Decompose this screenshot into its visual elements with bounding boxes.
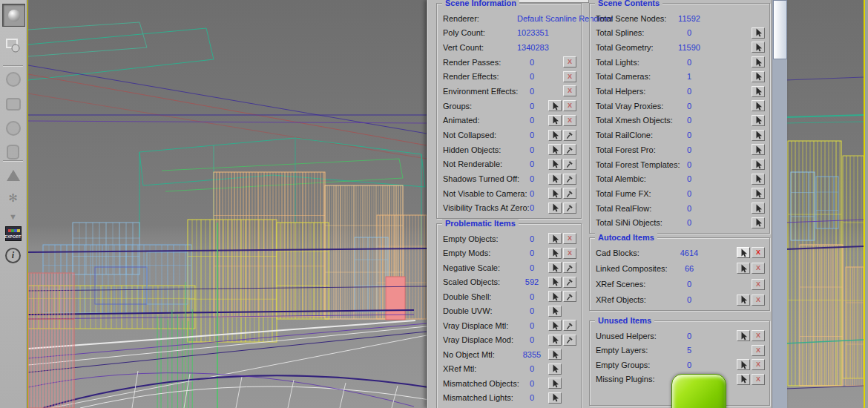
rounded-rect-tool-button[interactable] [2, 93, 24, 115]
select-button[interactable] [548, 115, 562, 126]
select-button[interactable] [548, 378, 562, 389]
hammer-icon [566, 159, 574, 168]
fix-button[interactable] [563, 277, 576, 288]
delete-button[interactable]: X [563, 100, 576, 111]
fix-button[interactable] [563, 203, 576, 214]
dialog-scrollbar[interactable] [772, 0, 787, 408]
fix-button[interactable] [563, 159, 576, 170]
fix-button[interactable] [563, 188, 576, 199]
select-button[interactable] [548, 188, 562, 199]
fix-button[interactable] [563, 174, 576, 185]
select-button[interactable] [752, 217, 765, 228]
scrollbar-thumb[interactable] [773, 0, 787, 59]
stat-row: Total Splines:0 [596, 27, 765, 39]
cursor-arrow-icon [740, 295, 748, 304]
cursor-arrow-icon [551, 234, 559, 243]
delete-button[interactable]: X [752, 295, 765, 306]
fix-button[interactable] [563, 335, 576, 346]
select-button[interactable] [752, 115, 765, 126]
fix-button[interactable] [563, 291, 576, 302]
export-button[interactable]: EXPORT [2, 223, 24, 244]
pyramid-tool-button[interactable] [2, 165, 24, 186]
delete-button[interactable]: X [752, 374, 765, 385]
select-button[interactable] [737, 359, 750, 370]
sini-logo-button[interactable] [671, 374, 726, 408]
select-button[interactable] [548, 392, 562, 404]
select-button[interactable] [752, 203, 765, 214]
delete-button[interactable]: X [752, 345, 765, 356]
select-button[interactable] [548, 233, 562, 244]
select-button[interactable] [548, 248, 562, 259]
select-button[interactable] [548, 262, 562, 273]
select-button[interactable] [737, 330, 750, 341]
stat-row: Hidden Objects:0 [443, 143, 576, 156]
select-button[interactable] [752, 159, 765, 170]
delete-button[interactable]: X [563, 248, 576, 259]
select-button[interactable] [548, 144, 562, 155]
info-button[interactable]: i [2, 245, 24, 266]
stat-label: XRef Objects: [596, 295, 646, 304]
select-button[interactable] [548, 203, 562, 214]
delete-button[interactable]: X [752, 359, 765, 370]
delete-button[interactable]: X [563, 233, 576, 244]
delete-button[interactable]: X [752, 263, 765, 274]
select-button[interactable] [548, 306, 562, 317]
empty-slot [737, 279, 750, 290]
panel-sphere-button[interactable] [2, 34, 24, 56]
disc-tool-button[interactable] [2, 68, 24, 90]
select-button[interactable] [752, 27, 765, 39]
select-button[interactable] [548, 320, 562, 331]
select-button[interactable] [752, 56, 765, 68]
select-button[interactable] [548, 159, 562, 170]
fix-button[interactable] [563, 144, 576, 155]
select-button[interactable] [548, 335, 562, 346]
stat-value: 0 [517, 249, 547, 257]
select-button[interactable] [548, 174, 562, 185]
delete-button[interactable]: X [752, 279, 765, 290]
select-button[interactable] [737, 295, 750, 306]
delete-button[interactable]: X [563, 71, 576, 82]
delete-button[interactable]: X [563, 85, 576, 96]
select-button[interactable] [752, 188, 765, 199]
select-button[interactable] [548, 291, 562, 302]
delete-button[interactable]: X [752, 330, 765, 341]
select-button[interactable] [548, 363, 562, 375]
select-button[interactable] [737, 374, 750, 385]
select-button[interactable] [752, 100, 765, 111]
delete-button[interactable]: X [563, 56, 576, 68]
row-buttons [548, 363, 576, 375]
select-button[interactable] [737, 263, 750, 274]
select-button[interactable] [548, 130, 562, 141]
select-button[interactable] [548, 349, 562, 360]
select-button[interactable] [752, 174, 765, 185]
cursor-arrow-icon [551, 292, 559, 301]
stat-row: Negative Scale:0 [443, 261, 576, 274]
stat-value: 0 [517, 263, 547, 272]
stat-row: Double Shell:0 [443, 290, 576, 303]
select-button[interactable] [752, 71, 765, 82]
cylinder-tool-button[interactable] [2, 141, 24, 162]
fix-button[interactable] [563, 130, 576, 141]
delete-button[interactable]: X [563, 115, 576, 126]
select-button[interactable] [737, 247, 750, 258]
row-buttons: X [548, 248, 576, 259]
cursor-arrow-icon [551, 174, 559, 183]
stat-row: Groups:0X [443, 99, 576, 112]
fix-button[interactable] [563, 262, 576, 273]
delete-button[interactable]: X [752, 247, 765, 258]
scatter-tool-button[interactable]: ✻ [2, 187, 24, 208]
circle-tool-button[interactable] [2, 117, 24, 139]
select-button[interactable] [752, 130, 765, 141]
sphere-tool-button[interactable] [2, 4, 25, 27]
row-buttons [737, 159, 765, 170]
fix-button[interactable] [563, 320, 576, 331]
cursor-arrow-icon [754, 102, 763, 111]
row-buttons [548, 378, 576, 389]
select-button[interactable] [548, 277, 562, 288]
empty-slot [737, 27, 750, 39]
select-button[interactable] [752, 86, 765, 97]
select-button[interactable] [548, 100, 562, 111]
stat-row: Animated:0X [443, 114, 576, 127]
select-button[interactable] [752, 42, 765, 53]
select-button[interactable] [752, 144, 765, 155]
